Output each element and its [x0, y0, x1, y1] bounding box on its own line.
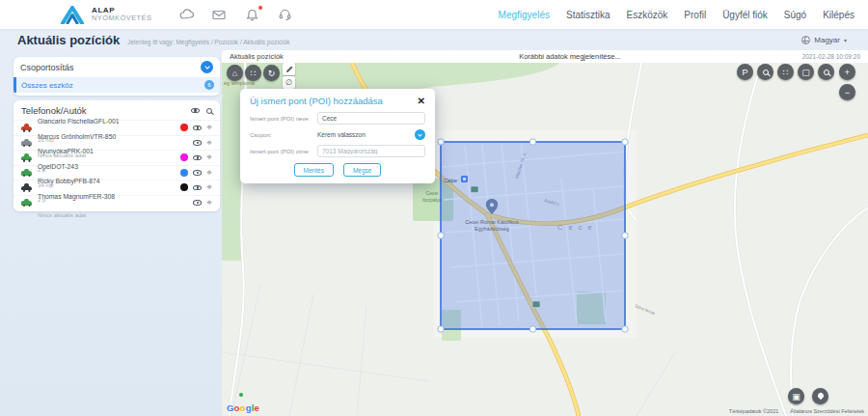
grouping-title: Csoportosítás [20, 63, 74, 72]
poi-group-select[interactable]: Kérem válasszon [317, 129, 425, 140]
poi-p-button[interactable]: P [737, 64, 753, 80]
chevron-down-icon: ▾ [844, 37, 847, 43]
cloud-icon[interactable] [178, 8, 194, 22]
selection-handle[interactable] [622, 326, 628, 332]
status-dot [180, 153, 188, 161]
car-icon [21, 126, 32, 131]
nav-item-ugyfel-fiok[interactable]: Ügyfél fiók [722, 10, 768, 20]
group-item-label: Összes eszköz [21, 81, 73, 90]
plus-icon: + [845, 68, 850, 77]
locate-crosshair-icon[interactable]: ⌖ [206, 198, 212, 208]
nav-item-profil[interactable]: Profil [684, 10, 706, 20]
mail-icon[interactable] [211, 8, 227, 22]
modal-title: Új ismert pont (POI) hozzáadása [250, 96, 383, 106]
main-nav: Megfigyelés Statisztika Eszközök Profil … [499, 10, 854, 20]
bell-icon[interactable] [244, 8, 259, 22]
zoom-area-button[interactable]: ▢ [798, 64, 814, 80]
search-map-button[interactable] [757, 64, 773, 80]
locate-crosshair-icon[interactable]: ⌖ [206, 138, 212, 148]
history-link[interactable]: Korábbi adatok megjelenítése... [519, 52, 620, 61]
refresh-button[interactable]: ↻ [263, 65, 280, 81]
poi-name-input[interactable] [317, 112, 425, 125]
sidebar: Csoportosítás Összes eszköz 6 Telefonok/… [14, 57, 220, 211]
language-label: Magyar [814, 36, 840, 44]
satellite-layer-button[interactable]: ▣ [788, 388, 804, 404]
map-canvas[interactable]: ég temploma Cece Cecei focipálya Cecei R… [222, 63, 868, 416]
map-topbar: Aktuális pozíciók Korábbi adatok megjele… [222, 50, 868, 63]
nav-item-megfigyeles[interactable]: Megfigyelés [499, 10, 550, 20]
device-row[interactable]: Thomas MagnumFER-308 Nincs aktuális adat… [14, 195, 220, 210]
device-list-card: Telefonok/Autók Giancarlo FischellaGFL-0… [14, 100, 220, 211]
locate-crosshair-icon[interactable]: ⌖ [206, 168, 212, 178]
selection-handle[interactable] [438, 233, 444, 238]
magnify-selection-button[interactable] [818, 64, 834, 80]
clear-no-entry-button[interactable]: ∅ [283, 76, 295, 89]
poi-dot [239, 393, 244, 398]
poi-group-label: Csoport: [250, 132, 317, 138]
brand-text: ALAP NYOMKÖVETÉS [92, 6, 151, 23]
grouping-card: Csoportosítás Összes eszköz 6 [14, 57, 220, 96]
group-item-osszes-eszkoz[interactable]: Összes eszköz 6 [14, 77, 220, 93]
selection-handle[interactable] [529, 326, 535, 332]
car-icon [21, 186, 32, 191]
close-icon[interactable]: ✕ [418, 97, 425, 106]
zoom-out-button[interactable]: − [839, 84, 855, 100]
save-button[interactable]: Mentés [294, 163, 334, 177]
status-dot [180, 169, 188, 177]
visibility-eye-icon[interactable] [193, 170, 202, 176]
visibility-eye-icon[interactable] [193, 155, 202, 161]
satellite-icon: ▣ [792, 392, 800, 402]
selection-handle[interactable] [529, 139, 535, 145]
toggle-all-visibility-eye-icon[interactable] [191, 108, 200, 114]
visibility-eye-icon[interactable] [193, 140, 202, 146]
poi-address-input[interactable] [317, 145, 425, 157]
google-logo: Google [227, 402, 259, 413]
terms-link[interactable]: Általános Szerződési Feltételek [790, 408, 864, 414]
cluster-grid-button[interactable]: ∷ [245, 65, 261, 81]
status-dot [180, 199, 188, 207]
measure-ruler-button[interactable] [283, 63, 295, 75]
locate-crosshair-icon[interactable]: ⌖ [206, 153, 212, 162]
fit-all-button[interactable]: ∷ [777, 64, 794, 80]
status-dot [180, 124, 188, 131]
locate-crosshair-icon[interactable]: ⌖ [206, 182, 212, 192]
map-attribution: Térképadatok ©2021 Általános Szerződési … [729, 408, 864, 414]
selection-handle[interactable] [438, 139, 444, 145]
select-expand-button[interactable] [415, 129, 425, 140]
nav-item-kilepes[interactable]: Kilépés [823, 10, 854, 20]
map-selection-rectangle[interactable] [441, 142, 625, 329]
brand-logo-icon[interactable] [60, 6, 85, 24]
poi-home-button[interactable]: ⌂ [227, 65, 243, 81]
status-dot [180, 183, 188, 191]
chevron-down-icon [418, 132, 421, 136]
grouping-expand-button[interactable] [201, 61, 213, 73]
add-poi-modal: Új ismert pont (POI) hozzáadása ✕ Ismert… [240, 89, 435, 183]
visibility-eye-icon[interactable] [193, 185, 202, 191]
street-label: Dóra tanya [635, 303, 657, 316]
page-header: Aktuális pozíciók Jelenleg itt vagy: Meg… [0, 29, 868, 50]
selection-handle[interactable] [438, 326, 444, 332]
globe-icon [801, 36, 810, 44]
attribution-text: Térképadatok ©2021 [729, 408, 778, 414]
magnifier-icon [763, 69, 769, 75]
visibility-eye-icon[interactable] [193, 125, 202, 131]
selection-handle[interactable] [622, 139, 628, 145]
selection-handle[interactable] [622, 233, 628, 238]
cancel-button[interactable]: Mégse [343, 163, 382, 177]
map-label-stadium: Cecei [426, 190, 439, 196]
zoom-in-button[interactable]: + [839, 64, 855, 80]
visibility-eye-icon[interactable] [193, 200, 202, 206]
chevron-down-icon [204, 64, 210, 69]
four-dots-icon: ∷ [783, 68, 789, 77]
pin-icon [816, 391, 824, 399]
support-headset-icon[interactable] [277, 8, 292, 22]
locate-crosshair-icon[interactable]: ⌖ [206, 123, 212, 132]
nav-item-eszkozok[interactable]: Eszközök [627, 10, 668, 20]
nav-item-sugo[interactable]: Súgó [784, 10, 806, 20]
language-selector[interactable]: Magyar ▾ [801, 36, 847, 44]
map-panel: Aktuális pozíciók Korábbi adatok megjele… [222, 50, 868, 416]
poi-layer-button[interactable] [812, 388, 828, 404]
nav-item-statisztika[interactable]: Statisztika [566, 10, 610, 20]
refresh-icon: ↻ [268, 69, 276, 78]
search-icon[interactable] [206, 108, 212, 114]
